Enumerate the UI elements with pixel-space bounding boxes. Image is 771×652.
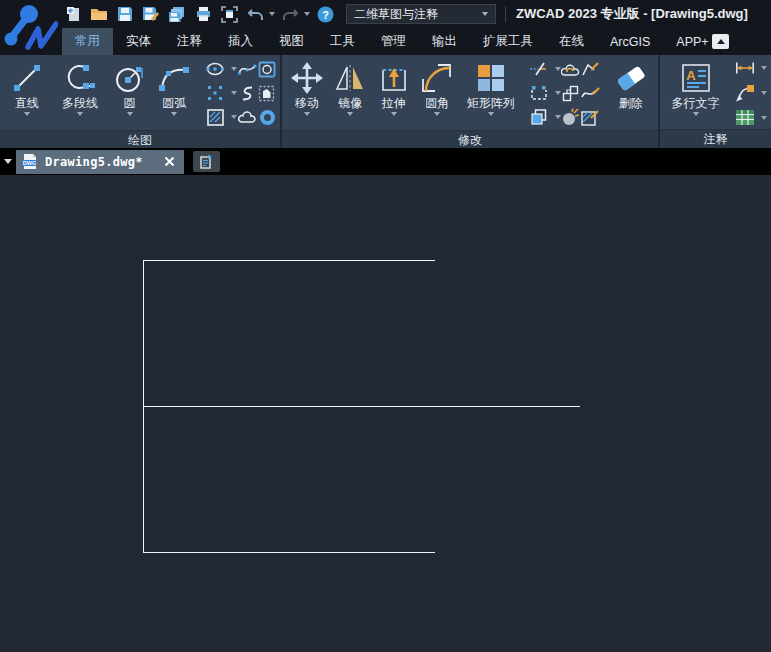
tab-tools[interactable]: 工具 — [317, 28, 368, 55]
mirror-label: 镜像 — [338, 96, 362, 110]
rectangular-array-button[interactable]: 矩形阵列 — [459, 56, 523, 130]
save-as-icon[interactable] — [140, 3, 162, 25]
mirror-button[interactable]: 镜像 — [328, 56, 371, 130]
explode-icon[interactable] — [561, 107, 581, 127]
chevron-down-icon[interactable] — [127, 112, 133, 116]
hatch-icon[interactable] — [205, 107, 225, 127]
ribbon: 直线 多段线 圆 — [0, 55, 771, 148]
move-label: 移动 — [295, 96, 319, 110]
tab-arcgis[interactable]: ArcGIS — [597, 28, 663, 55]
undo-icon[interactable] — [244, 3, 266, 25]
arc-button[interactable]: 圆弧 — [150, 56, 199, 130]
circle-icon — [114, 59, 146, 96]
zwcad-window: ? 二维草图与注释 ZWCAD 2023 专业版 - [Drawing5.dwg… — [0, 0, 771, 652]
fillet-button[interactable]: 圆角 — [415, 56, 458, 130]
close-icon[interactable] — [164, 156, 175, 167]
revision-cloud-edit-icon[interactable] — [561, 59, 581, 79]
print-icon[interactable] — [192, 3, 214, 25]
polyline-button[interactable]: 多段线 — [51, 56, 110, 130]
panel-label-annotation[interactable]: 注释 — [660, 129, 771, 148]
collapse-ribbon-icon[interactable] — [712, 34, 729, 49]
scale-icon[interactable] — [529, 83, 549, 103]
panel-modify: 移动 镜像 拉伸 — [282, 55, 660, 148]
erase-button[interactable]: 删除 — [607, 56, 655, 130]
mtext-label: 多行文字 — [672, 96, 720, 110]
eraser-icon — [614, 59, 648, 96]
region-icon[interactable] — [257, 83, 277, 103]
chevron-down-icon[interactable] — [488, 112, 494, 116]
help-icon[interactable]: ? — [314, 3, 336, 25]
panel-label-draw[interactable]: 绘图 — [0, 130, 280, 149]
revision-cloud-icon[interactable] — [237, 107, 257, 127]
redo-icon[interactable] — [279, 3, 301, 25]
drawing-line — [143, 260, 435, 261]
rectangular-array-label: 矩形阵列 — [467, 96, 515, 110]
rectangle-icon[interactable] — [257, 59, 277, 79]
tab-view[interactable]: 视图 — [266, 28, 317, 55]
undo-dropdown-icon[interactable] — [269, 12, 275, 16]
align-icon[interactable] — [561, 83, 581, 103]
line-icon — [11, 59, 43, 96]
chevron-down-icon[interactable] — [761, 66, 767, 70]
tab-annotate[interactable]: 注释 — [164, 28, 215, 55]
open-folder-icon[interactable] — [88, 3, 110, 25]
document-tab-label: Drawing5.dwg* — [45, 155, 157, 169]
edit-hatch-icon[interactable] — [581, 107, 601, 127]
chevron-down-icon[interactable] — [171, 112, 177, 116]
new-tab-icon — [199, 154, 214, 169]
leader-icon[interactable] — [735, 83, 755, 103]
tab-online[interactable]: 在线 — [546, 28, 597, 55]
doc-tab-overflow-button[interactable] — [0, 148, 16, 175]
chevron-down-icon[interactable] — [761, 116, 767, 120]
new-document-tab-button[interactable] — [193, 151, 220, 172]
chevron-down-icon[interactable] — [693, 112, 699, 116]
drawing-canvas[interactable] — [0, 175, 771, 652]
tab-home[interactable]: 常用 — [62, 28, 113, 55]
line-button[interactable]: 直线 — [3, 56, 51, 130]
tab-express-tools[interactable]: 扩展工具 — [470, 28, 546, 55]
tab-insert[interactable]: 插入 — [215, 28, 266, 55]
save-all-icon[interactable] — [166, 3, 188, 25]
dimension-icon[interactable] — [735, 58, 755, 78]
trim-icon[interactable] — [529, 59, 549, 79]
new-file-icon[interactable] — [62, 3, 84, 25]
table-icon[interactable] — [735, 108, 755, 128]
donut-icon[interactable] — [257, 107, 277, 127]
quick-access-toolbar: ? — [62, 3, 336, 25]
chevron-down-icon[interactable] — [434, 112, 440, 116]
tab-solid[interactable]: 实体 — [113, 28, 164, 55]
edit-spline-icon[interactable] — [581, 83, 601, 103]
panel-annotation: A 多行文字 — [660, 55, 771, 148]
chevron-down-icon[interactable] — [304, 112, 310, 116]
plot-preview-icon[interactable] — [218, 3, 240, 25]
mtext-button[interactable]: A 多行文字 — [665, 56, 727, 129]
ellipse-icon[interactable] — [205, 59, 225, 79]
chevron-down-icon[interactable] — [24, 112, 30, 116]
workspace-selector[interactable]: 二维草图与注释 — [346, 4, 496, 24]
fillet-label: 圆角 — [425, 96, 449, 110]
chevron-down-icon[interactable] — [347, 112, 353, 116]
tab-output[interactable]: 输出 — [419, 28, 470, 55]
chevron-down-icon[interactable] — [391, 112, 397, 116]
edit-polyline-icon[interactable] — [581, 59, 601, 79]
move-button[interactable]: 移动 — [285, 56, 328, 130]
circle-button[interactable]: 圆 — [110, 56, 150, 130]
chevron-down-icon[interactable] — [77, 112, 83, 116]
save-icon[interactable] — [114, 3, 136, 25]
redo-dropdown-icon[interactable] — [304, 12, 310, 16]
tab-manage[interactable]: 管理 — [368, 28, 419, 55]
annotation-small-buttons — [735, 56, 767, 129]
spline-icon[interactable] — [237, 59, 257, 79]
spline-s-icon[interactable] — [237, 83, 257, 103]
workspace-selector-value: 二维草图与注释 — [354, 6, 438, 23]
ribbon-tab-bar: 常用 实体 注释 插入 视图 工具 管理 输出 扩展工具 在线 ArcGIS A… — [0, 28, 771, 55]
copy-icon[interactable] — [529, 107, 549, 127]
titlebar-separator — [505, 6, 506, 22]
point-icon[interactable] — [205, 83, 225, 103]
stretch-button[interactable]: 拉伸 — [372, 56, 415, 130]
document-tab-active[interactable]: DWG Drawing5.dwg* — [16, 150, 184, 174]
chevron-down-icon — [482, 12, 488, 16]
zwcad-logo-icon[interactable] — [2, 1, 58, 55]
panel-label-modify[interactable]: 修改 — [282, 130, 658, 149]
chevron-down-icon[interactable] — [761, 91, 767, 95]
